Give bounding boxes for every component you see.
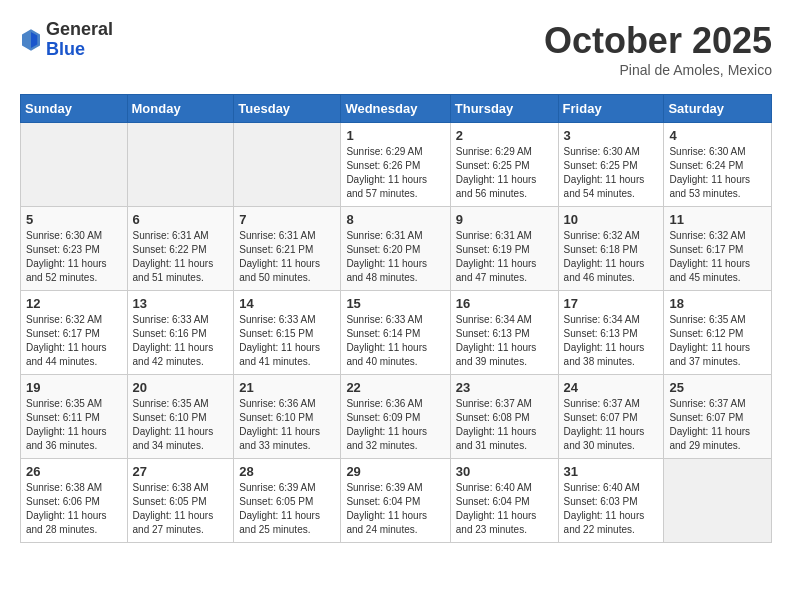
calendar-cell: 2Sunrise: 6:29 AM Sunset: 6:25 PM Daylig… [450,123,558,207]
day-number: 14 [239,296,335,311]
day-number: 12 [26,296,122,311]
calendar-cell: 24Sunrise: 6:37 AM Sunset: 6:07 PM Dayli… [558,375,664,459]
logo-text: General Blue [46,20,113,60]
day-info: Sunrise: 6:39 AM Sunset: 6:05 PM Dayligh… [239,481,335,537]
day-info: Sunrise: 6:40 AM Sunset: 6:03 PM Dayligh… [564,481,659,537]
day-info: Sunrise: 6:36 AM Sunset: 6:09 PM Dayligh… [346,397,444,453]
calendar-cell: 8Sunrise: 6:31 AM Sunset: 6:20 PM Daylig… [341,207,450,291]
calendar-cell: 22Sunrise: 6:36 AM Sunset: 6:09 PM Dayli… [341,375,450,459]
day-number: 17 [564,296,659,311]
logo: General Blue [20,20,113,60]
day-number: 27 [133,464,229,479]
day-info: Sunrise: 6:30 AM Sunset: 6:24 PM Dayligh… [669,145,766,201]
day-number: 2 [456,128,553,143]
calendar-cell: 1Sunrise: 6:29 AM Sunset: 6:26 PM Daylig… [341,123,450,207]
calendar-cell: 6Sunrise: 6:31 AM Sunset: 6:22 PM Daylig… [127,207,234,291]
day-number: 3 [564,128,659,143]
day-info: Sunrise: 6:31 AM Sunset: 6:22 PM Dayligh… [133,229,229,285]
day-info: Sunrise: 6:33 AM Sunset: 6:16 PM Dayligh… [133,313,229,369]
day-number: 23 [456,380,553,395]
day-info: Sunrise: 6:34 AM Sunset: 6:13 PM Dayligh… [456,313,553,369]
day-info: Sunrise: 6:37 AM Sunset: 6:08 PM Dayligh… [456,397,553,453]
calendar-cell: 17Sunrise: 6:34 AM Sunset: 6:13 PM Dayli… [558,291,664,375]
day-number: 20 [133,380,229,395]
day-info: Sunrise: 6:38 AM Sunset: 6:06 PM Dayligh… [26,481,122,537]
calendar-cell: 15Sunrise: 6:33 AM Sunset: 6:14 PM Dayli… [341,291,450,375]
calendar-cell: 21Sunrise: 6:36 AM Sunset: 6:10 PM Dayli… [234,375,341,459]
calendar-cell: 31Sunrise: 6:40 AM Sunset: 6:03 PM Dayli… [558,459,664,543]
weekday-header-row: SundayMondayTuesdayWednesdayThursdayFrid… [21,95,772,123]
day-number: 25 [669,380,766,395]
day-info: Sunrise: 6:35 AM Sunset: 6:12 PM Dayligh… [669,313,766,369]
weekday-header-saturday: Saturday [664,95,772,123]
calendar-body: 1Sunrise: 6:29 AM Sunset: 6:26 PM Daylig… [21,123,772,543]
day-number: 15 [346,296,444,311]
day-number: 24 [564,380,659,395]
day-info: Sunrise: 6:31 AM Sunset: 6:20 PM Dayligh… [346,229,444,285]
day-number: 9 [456,212,553,227]
weekday-header-monday: Monday [127,95,234,123]
logo-general: General [46,20,113,40]
day-number: 22 [346,380,444,395]
calendar-cell: 25Sunrise: 6:37 AM Sunset: 6:07 PM Dayli… [664,375,772,459]
day-info: Sunrise: 6:30 AM Sunset: 6:25 PM Dayligh… [564,145,659,201]
calendar-cell: 19Sunrise: 6:35 AM Sunset: 6:11 PM Dayli… [21,375,128,459]
day-info: Sunrise: 6:32 AM Sunset: 6:17 PM Dayligh… [26,313,122,369]
day-number: 16 [456,296,553,311]
logo-blue: Blue [46,40,113,60]
calendar-header: SundayMondayTuesdayWednesdayThursdayFrid… [21,95,772,123]
calendar-cell: 3Sunrise: 6:30 AM Sunset: 6:25 PM Daylig… [558,123,664,207]
day-number: 6 [133,212,229,227]
calendar-week-4: 19Sunrise: 6:35 AM Sunset: 6:11 PM Dayli… [21,375,772,459]
day-info: Sunrise: 6:33 AM Sunset: 6:15 PM Dayligh… [239,313,335,369]
calendar-cell: 14Sunrise: 6:33 AM Sunset: 6:15 PM Dayli… [234,291,341,375]
day-info: Sunrise: 6:32 AM Sunset: 6:17 PM Dayligh… [669,229,766,285]
weekday-header-sunday: Sunday [21,95,128,123]
weekday-header-tuesday: Tuesday [234,95,341,123]
calendar-cell: 16Sunrise: 6:34 AM Sunset: 6:13 PM Dayli… [450,291,558,375]
day-info: Sunrise: 6:35 AM Sunset: 6:11 PM Dayligh… [26,397,122,453]
day-info: Sunrise: 6:31 AM Sunset: 6:19 PM Dayligh… [456,229,553,285]
calendar-cell: 26Sunrise: 6:38 AM Sunset: 6:06 PM Dayli… [21,459,128,543]
calendar-cell: 5Sunrise: 6:30 AM Sunset: 6:23 PM Daylig… [21,207,128,291]
calendar-cell: 9Sunrise: 6:31 AM Sunset: 6:19 PM Daylig… [450,207,558,291]
day-number: 5 [26,212,122,227]
calendar-cell: 23Sunrise: 6:37 AM Sunset: 6:08 PM Dayli… [450,375,558,459]
calendar-cell: 29Sunrise: 6:39 AM Sunset: 6:04 PM Dayli… [341,459,450,543]
calendar-table: SundayMondayTuesdayWednesdayThursdayFrid… [20,94,772,543]
day-info: Sunrise: 6:35 AM Sunset: 6:10 PM Dayligh… [133,397,229,453]
day-info: Sunrise: 6:38 AM Sunset: 6:05 PM Dayligh… [133,481,229,537]
day-number: 28 [239,464,335,479]
calendar-cell [234,123,341,207]
calendar-week-3: 12Sunrise: 6:32 AM Sunset: 6:17 PM Dayli… [21,291,772,375]
month-title: October 2025 [544,20,772,62]
calendar-cell: 13Sunrise: 6:33 AM Sunset: 6:16 PM Dayli… [127,291,234,375]
day-info: Sunrise: 6:31 AM Sunset: 6:21 PM Dayligh… [239,229,335,285]
day-info: Sunrise: 6:33 AM Sunset: 6:14 PM Dayligh… [346,313,444,369]
calendar-cell [127,123,234,207]
calendar-cell: 10Sunrise: 6:32 AM Sunset: 6:18 PM Dayli… [558,207,664,291]
day-info: Sunrise: 6:37 AM Sunset: 6:07 PM Dayligh… [669,397,766,453]
calendar-cell [664,459,772,543]
day-number: 19 [26,380,122,395]
location: Pinal de Amoles, Mexico [544,62,772,78]
day-number: 1 [346,128,444,143]
day-number: 21 [239,380,335,395]
day-info: Sunrise: 6:29 AM Sunset: 6:25 PM Dayligh… [456,145,553,201]
day-number: 11 [669,212,766,227]
day-number: 30 [456,464,553,479]
calendar-cell: 27Sunrise: 6:38 AM Sunset: 6:05 PM Dayli… [127,459,234,543]
calendar-cell: 12Sunrise: 6:32 AM Sunset: 6:17 PM Dayli… [21,291,128,375]
calendar-cell: 28Sunrise: 6:39 AM Sunset: 6:05 PM Dayli… [234,459,341,543]
calendar-cell [21,123,128,207]
day-number: 8 [346,212,444,227]
calendar-cell: 11Sunrise: 6:32 AM Sunset: 6:17 PM Dayli… [664,207,772,291]
calendar-cell: 20Sunrise: 6:35 AM Sunset: 6:10 PM Dayli… [127,375,234,459]
day-info: Sunrise: 6:32 AM Sunset: 6:18 PM Dayligh… [564,229,659,285]
calendar-week-1: 1Sunrise: 6:29 AM Sunset: 6:26 PM Daylig… [21,123,772,207]
calendar-week-5: 26Sunrise: 6:38 AM Sunset: 6:06 PM Dayli… [21,459,772,543]
calendar-cell: 4Sunrise: 6:30 AM Sunset: 6:24 PM Daylig… [664,123,772,207]
day-info: Sunrise: 6:30 AM Sunset: 6:23 PM Dayligh… [26,229,122,285]
logo-icon [22,29,40,51]
day-number: 4 [669,128,766,143]
